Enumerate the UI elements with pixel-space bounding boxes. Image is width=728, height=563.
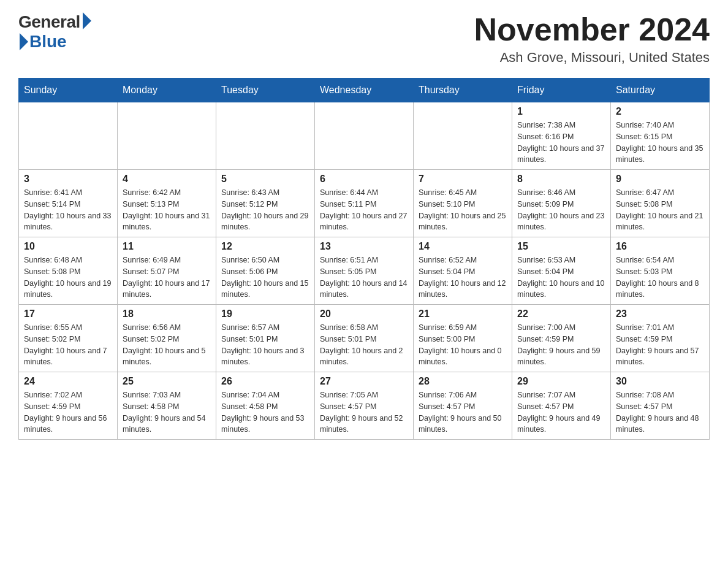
day-number: 11	[123, 241, 211, 252]
day-info: Sunrise: 6:52 AM Sunset: 5:04 PM Dayligh…	[419, 255, 507, 301]
logo-blue-text: Blue	[29, 32, 67, 52]
day-number: 25	[123, 376, 211, 387]
calendar-cell: 22Sunrise: 7:00 AM Sunset: 4:59 PM Dayli…	[512, 305, 611, 372]
header: General Blue November 2024 Ash Grove, Mi…	[18, 12, 710, 66]
day-number: 13	[320, 241, 408, 252]
header-wednesday: Wednesday	[315, 79, 414, 102]
calendar-cell: 29Sunrise: 7:07 AM Sunset: 4:57 PM Dayli…	[512, 372, 611, 440]
day-number: 3	[24, 174, 112, 185]
day-info: Sunrise: 6:57 AM Sunset: 5:01 PM Dayligh…	[221, 322, 309, 368]
calendar-cell: 11Sunrise: 6:49 AM Sunset: 5:07 PM Dayli…	[118, 237, 216, 305]
week-row-3: 10Sunrise: 6:48 AM Sunset: 5:08 PM Dayli…	[19, 237, 710, 305]
day-info: Sunrise: 6:50 AM Sunset: 5:06 PM Dayligh…	[221, 255, 309, 301]
day-number: 19	[221, 308, 309, 320]
day-info: Sunrise: 6:45 AM Sunset: 5:10 PM Dayligh…	[419, 187, 507, 233]
calendar-cell: 21Sunrise: 6:59 AM Sunset: 5:00 PM Dayli…	[414, 305, 512, 372]
day-number: 17	[24, 308, 112, 320]
header-tuesday: Tuesday	[216, 79, 315, 102]
day-number: 12	[221, 241, 309, 252]
calendar-table: SundayMondayTuesdayWednesdayThursdayFrid…	[18, 78, 710, 440]
day-number: 26	[221, 376, 309, 387]
month-title: November 2024	[474, 12, 710, 47]
calendar-cell: 4Sunrise: 6:42 AM Sunset: 5:13 PM Daylig…	[118, 170, 216, 237]
day-number: 4	[123, 174, 211, 185]
day-info: Sunrise: 6:44 AM Sunset: 5:11 PM Dayligh…	[320, 187, 408, 233]
day-info: Sunrise: 6:41 AM Sunset: 5:14 PM Dayligh…	[24, 187, 112, 233]
calendar-cell: 17Sunrise: 6:55 AM Sunset: 5:02 PM Dayli…	[19, 305, 118, 372]
day-number: 28	[419, 376, 507, 387]
day-info: Sunrise: 7:01 AM Sunset: 4:59 PM Dayligh…	[616, 322, 704, 368]
header-monday: Monday	[118, 79, 216, 102]
calendar-cell: 25Sunrise: 7:03 AM Sunset: 4:58 PM Dayli…	[118, 372, 216, 440]
day-info: Sunrise: 6:42 AM Sunset: 5:13 PM Dayligh…	[123, 187, 211, 233]
day-number: 14	[419, 241, 507, 252]
day-info: Sunrise: 6:47 AM Sunset: 5:08 PM Dayligh…	[616, 187, 704, 233]
calendar-cell	[19, 102, 118, 170]
day-number: 8	[517, 174, 605, 185]
day-info: Sunrise: 7:05 AM Sunset: 4:57 PM Dayligh…	[320, 389, 408, 435]
day-number: 6	[320, 174, 408, 185]
day-number: 15	[517, 241, 605, 252]
day-number: 22	[517, 308, 605, 320]
day-number: 1	[517, 106, 605, 117]
calendar-cell	[216, 102, 315, 170]
calendar-cell: 14Sunrise: 6:52 AM Sunset: 5:04 PM Dayli…	[414, 237, 512, 305]
calendar-cell: 24Sunrise: 7:02 AM Sunset: 4:59 PM Dayli…	[19, 372, 118, 440]
calendar-cell: 7Sunrise: 6:45 AM Sunset: 5:10 PM Daylig…	[414, 170, 512, 237]
day-info: Sunrise: 6:55 AM Sunset: 5:02 PM Dayligh…	[24, 322, 112, 368]
day-number: 5	[221, 174, 309, 185]
day-info: Sunrise: 6:58 AM Sunset: 5:01 PM Dayligh…	[320, 322, 408, 368]
calendar-cell: 12Sunrise: 6:50 AM Sunset: 5:06 PM Dayli…	[216, 237, 315, 305]
day-info: Sunrise: 6:48 AM Sunset: 5:08 PM Dayligh…	[24, 255, 112, 301]
header-friday: Friday	[512, 79, 611, 102]
calendar-cell: 1Sunrise: 7:38 AM Sunset: 6:16 PM Daylig…	[512, 102, 611, 170]
calendar-cell: 30Sunrise: 7:08 AM Sunset: 4:57 PM Dayli…	[611, 372, 710, 440]
day-info: Sunrise: 6:56 AM Sunset: 5:02 PM Dayligh…	[123, 322, 211, 368]
header-thursday: Thursday	[414, 79, 512, 102]
day-number: 18	[123, 308, 211, 320]
calendar-cell: 6Sunrise: 6:44 AM Sunset: 5:11 PM Daylig…	[315, 170, 414, 237]
calendar-cell	[118, 102, 216, 170]
day-info: Sunrise: 7:08 AM Sunset: 4:57 PM Dayligh…	[616, 389, 704, 435]
day-number: 21	[419, 308, 507, 320]
day-number: 10	[24, 241, 112, 252]
logo-general-text: General	[18, 12, 80, 32]
calendar-cell: 18Sunrise: 6:56 AM Sunset: 5:02 PM Dayli…	[118, 305, 216, 372]
day-info: Sunrise: 6:59 AM Sunset: 5:00 PM Dayligh…	[419, 322, 507, 368]
day-info: Sunrise: 6:43 AM Sunset: 5:12 PM Dayligh…	[221, 187, 309, 233]
location-title: Ash Grove, Missouri, United States	[474, 50, 710, 66]
calendar-cell: 13Sunrise: 6:51 AM Sunset: 5:05 PM Dayli…	[315, 237, 414, 305]
calendar-cell: 16Sunrise: 6:54 AM Sunset: 5:03 PM Dayli…	[611, 237, 710, 305]
day-number: 23	[616, 308, 704, 320]
day-number: 7	[419, 174, 507, 185]
day-info: Sunrise: 7:03 AM Sunset: 4:58 PM Dayligh…	[123, 389, 211, 435]
calendar-cell: 9Sunrise: 6:47 AM Sunset: 5:08 PM Daylig…	[611, 170, 710, 237]
day-info: Sunrise: 6:54 AM Sunset: 5:03 PM Dayligh…	[616, 255, 704, 301]
week-row-5: 24Sunrise: 7:02 AM Sunset: 4:59 PM Dayli…	[19, 372, 710, 440]
day-number: 29	[517, 376, 605, 387]
day-info: Sunrise: 7:38 AM Sunset: 6:16 PM Dayligh…	[517, 120, 605, 166]
header-sunday: Sunday	[19, 79, 118, 102]
day-number: 20	[320, 308, 408, 320]
calendar-cell: 26Sunrise: 7:04 AM Sunset: 4:58 PM Dayli…	[216, 372, 315, 440]
day-info: Sunrise: 7:04 AM Sunset: 4:58 PM Dayligh…	[221, 389, 309, 435]
week-row-4: 17Sunrise: 6:55 AM Sunset: 5:02 PM Dayli…	[19, 305, 710, 372]
day-info: Sunrise: 6:51 AM Sunset: 5:05 PM Dayligh…	[320, 255, 408, 301]
day-info: Sunrise: 7:02 AM Sunset: 4:59 PM Dayligh…	[24, 389, 112, 435]
logo-arrow-icon	[83, 12, 91, 29]
day-number: 27	[320, 376, 408, 387]
day-info: Sunrise: 6:46 AM Sunset: 5:09 PM Dayligh…	[517, 187, 605, 233]
calendar-cell: 28Sunrise: 7:06 AM Sunset: 4:57 PM Dayli…	[414, 372, 512, 440]
logo-arrow-icon-2	[20, 33, 28, 50]
day-info: Sunrise: 7:00 AM Sunset: 4:59 PM Dayligh…	[517, 322, 605, 368]
calendar-cell: 8Sunrise: 6:46 AM Sunset: 5:09 PM Daylig…	[512, 170, 611, 237]
calendar-cell: 20Sunrise: 6:58 AM Sunset: 5:01 PM Dayli…	[315, 305, 414, 372]
calendar-cell: 2Sunrise: 7:40 AM Sunset: 6:15 PM Daylig…	[611, 102, 710, 170]
calendar-cell: 27Sunrise: 7:05 AM Sunset: 4:57 PM Dayli…	[315, 372, 414, 440]
calendar-cell	[414, 102, 512, 170]
calendar-cell: 19Sunrise: 6:57 AM Sunset: 5:01 PM Dayli…	[216, 305, 315, 372]
day-info: Sunrise: 7:06 AM Sunset: 4:57 PM Dayligh…	[419, 389, 507, 435]
day-info: Sunrise: 7:07 AM Sunset: 4:57 PM Dayligh…	[517, 389, 605, 435]
day-info: Sunrise: 6:53 AM Sunset: 5:04 PM Dayligh…	[517, 255, 605, 301]
day-number: 2	[616, 106, 704, 117]
